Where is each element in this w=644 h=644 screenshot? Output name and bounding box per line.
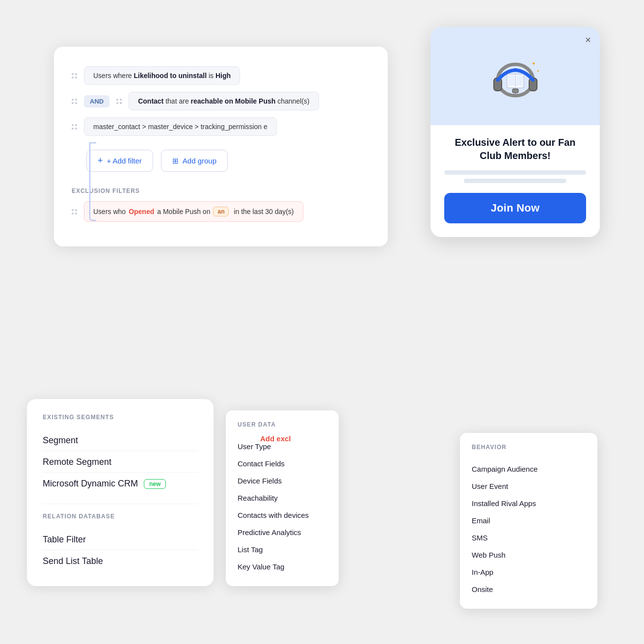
remote-segment-label: Remote Segment xyxy=(43,457,111,467)
filter-pill-3[interactable]: master_contact > master_device > trackin… xyxy=(84,117,277,136)
notification-body: Exclusive Alert to our Fan Club Members!… xyxy=(430,125,600,237)
filter-pill-1[interactable]: Users where Likelihood to uninstall is H… xyxy=(84,66,240,85)
notification-line-2 xyxy=(464,179,566,183)
add-excl-label: Add excl xyxy=(260,434,291,443)
excl-tag-badge: an xyxy=(213,207,229,216)
notification-line-1 xyxy=(444,170,586,175)
segment-label: Segment xyxy=(43,435,78,446)
behavior-item-in-app[interactable]: In-App xyxy=(472,564,586,581)
table-filter-label: Table Filter xyxy=(43,535,86,545)
segment-item-send-list[interactable]: Send List Table xyxy=(43,551,198,571)
behavior-dropdown: BEHAVIOR Campaign Audience User Event In… xyxy=(460,433,597,609)
segment-item-segment[interactable]: Segment xyxy=(43,430,198,451)
seg-divider-rel xyxy=(43,504,198,504)
notification-card: × ✦ ✦ xyxy=(430,27,600,237)
svg-text:✦: ✦ xyxy=(532,61,536,66)
drag-handle-3[interactable] xyxy=(72,124,77,130)
behavior-item-campaign-audience[interactable]: Campaign Audience xyxy=(472,460,586,478)
exclusion-pill[interactable]: Users who Opened a Mobile Push on an in … xyxy=(84,201,303,222)
user-data-item-device-fields[interactable]: Device Fields xyxy=(238,472,327,489)
filter-pill-2[interactable]: Contact that are reachable on Mobile Pus… xyxy=(129,92,319,110)
filter-card: Users where Likelihood to uninstall is H… xyxy=(54,47,388,246)
headphone-illustration: ✦ ✦ xyxy=(486,52,545,106)
plus-icon: + xyxy=(98,156,103,166)
existing-segments-label: EXISTING SEGMENTS xyxy=(43,414,198,421)
svg-rect-6 xyxy=(516,75,523,86)
close-icon: × xyxy=(585,34,591,45)
behavior-item-email[interactable]: Email xyxy=(472,512,586,529)
add-filter-button[interactable]: + + Add filter xyxy=(86,150,153,172)
drag-handle-1[interactable] xyxy=(72,73,77,79)
close-button[interactable]: × xyxy=(585,35,591,45)
add-group-label: Add group xyxy=(183,157,216,165)
seg-divider-1 xyxy=(43,451,198,451)
exclusion-label: EXCLUSION FILTERS xyxy=(72,188,370,194)
notification-title: Exclusive Alert to our Fan Club Members! xyxy=(444,136,586,162)
add-exclusion-button[interactable]: Add excl xyxy=(260,434,291,443)
excl-bold-opened: Opened xyxy=(129,208,154,215)
segment-item-remote[interactable]: Remote Segment xyxy=(43,452,198,472)
segment-item-table-filter[interactable]: Table Filter xyxy=(43,530,198,550)
filter-bold-contact: Contact xyxy=(138,97,163,105)
and-badge: AND xyxy=(84,95,109,107)
svg-rect-10 xyxy=(512,89,518,93)
behavior-item-onsite[interactable]: Onsite xyxy=(472,581,586,598)
user-data-item-predictive[interactable]: Predictive Analytics xyxy=(238,524,327,541)
drag-handle-2b[interactable] xyxy=(116,99,122,104)
behavior-item-sms[interactable]: SMS xyxy=(472,529,586,546)
filter-bold-likelihood: Likelihood to uninstall xyxy=(134,72,207,80)
drag-handle-2[interactable] xyxy=(72,99,77,104)
seg-divider-2 xyxy=(43,472,198,473)
seg-divider-3 xyxy=(43,550,198,550)
join-now-button[interactable]: Join Now xyxy=(444,193,586,223)
drag-handle-excl[interactable] xyxy=(72,209,77,215)
svg-rect-5 xyxy=(508,75,514,86)
relation-database-label: RELATION DATABASE xyxy=(43,513,198,520)
add-filter-label: + Add filter xyxy=(107,157,142,165)
behavior-item-web-push[interactable]: Web Push xyxy=(472,546,586,564)
new-badge: new xyxy=(144,479,166,489)
user-data-label: USER DATA xyxy=(238,421,327,428)
filter-bracket xyxy=(89,142,96,221)
segment-item-ms-crm[interactable]: Microsoft Dynamic CRM new xyxy=(43,474,198,494)
user-data-item-contact-fields[interactable]: Contact Fields xyxy=(238,455,327,472)
send-list-label: Send List Table xyxy=(43,556,103,566)
svg-text:✦: ✦ xyxy=(537,69,539,73)
exclusion-filter-row: Users who Opened a Mobile Push on an in … xyxy=(72,201,370,222)
svg-point-7 xyxy=(514,68,516,70)
behavior-item-user-event[interactable]: User Event xyxy=(472,478,586,495)
relation-database-section: RELATION DATABASE Table Filter Send List… xyxy=(43,504,198,571)
add-group-icon: ⊞ xyxy=(172,157,179,165)
filter-bold-high: High xyxy=(215,72,231,80)
filter-row-2: AND Contact that are reachable on Mobile… xyxy=(72,92,370,110)
user-data-item-key-value[interactable]: Key Value Tag xyxy=(238,558,327,575)
user-data-item-list-tag[interactable]: List Tag xyxy=(238,541,327,558)
filter-row-1: Users where Likelihood to uninstall is H… xyxy=(72,66,370,85)
filter-actions: + + Add filter ⊞ Add group xyxy=(86,150,370,172)
ms-crm-label: Microsoft Dynamic CRM xyxy=(43,479,138,489)
filter-bold-mobile-push: reachable on Mobile Push xyxy=(191,97,276,105)
filter-row-3: master_contact > master_device > trackin… xyxy=(72,117,370,136)
segments-card: EXISTING SEGMENTS Segment Remote Segment… xyxy=(27,399,214,586)
behavior-label: BEHAVIOR xyxy=(472,444,586,451)
notification-header-bg: × ✦ ✦ xyxy=(430,27,600,125)
add-group-button[interactable]: ⊞ Add group xyxy=(161,150,228,172)
user-data-item-reachability[interactable]: Reachability xyxy=(238,489,327,507)
behavior-item-rival-apps[interactable]: Installed Rival Apps xyxy=(472,495,586,512)
user-data-item-contacts-devices[interactable]: Contacts with devices xyxy=(238,507,327,524)
